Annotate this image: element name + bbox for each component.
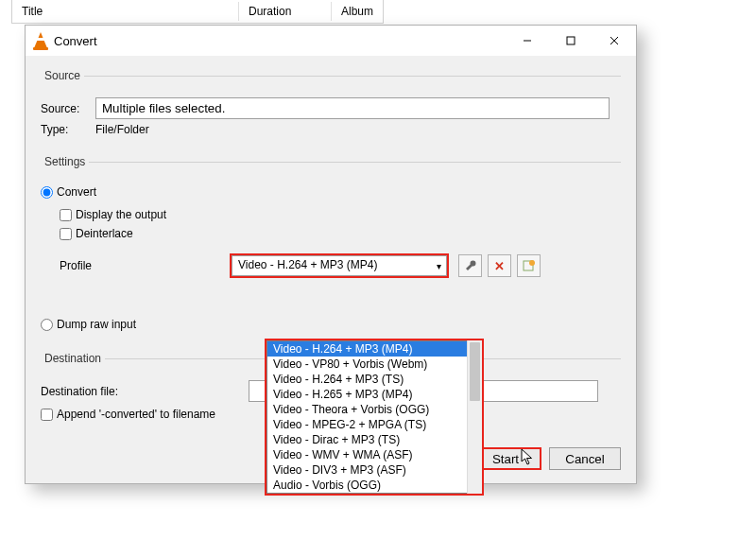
profile-option[interactable]: Video - WMV + WMA (ASF) <box>267 447 481 462</box>
profile-label: Profile <box>41 259 230 272</box>
settings-legend: Settings <box>41 155 89 168</box>
append-converted-label[interactable]: Append '-converted' to filename <box>57 408 215 421</box>
window-title: Convert <box>54 34 506 48</box>
convert-radio-label[interactable]: Convert <box>57 185 96 199</box>
profile-option[interactable]: Video - H.265 + MP3 (MP4) <box>267 387 481 402</box>
close-button[interactable] <box>593 26 636 56</box>
edit-profile-button[interactable] <box>458 254 482 277</box>
delete-profile-button[interactable]: ✕ <box>488 254 511 277</box>
svg-rect-1 <box>567 37 575 44</box>
maximize-button[interactable] <box>549 26 593 56</box>
convert-radio[interactable] <box>41 186 53 199</box>
titlebar[interactable]: Convert <box>26 26 636 56</box>
source-group: Source Source: Type: File/Folder <box>41 69 621 149</box>
source-legend: Source <box>41 69 84 82</box>
profile-select[interactable]: Video - H.264 + MP3 (MP4) <box>232 255 447 276</box>
svg-point-5 <box>529 260 535 266</box>
background-playlist-header: Title Duration Album <box>11 0 384 24</box>
dropdown-scrollbar[interactable] <box>467 340 482 494</box>
dump-raw-radio[interactable] <box>41 319 53 331</box>
destination-file-label: Destination file: <box>41 385 249 398</box>
deinterlace-checkbox[interactable] <box>60 228 72 240</box>
append-converted-checkbox[interactable] <box>41 409 53 421</box>
source-input[interactable] <box>95 97 610 119</box>
new-profile-button[interactable] <box>517 254 541 277</box>
new-profile-icon <box>523 259 536 272</box>
profile-option[interactable]: Video - Dirac + MP3 (TS) <box>267 432 481 447</box>
delete-icon: ✕ <box>494 259 505 273</box>
type-value: File/Folder <box>95 123 149 136</box>
dump-raw-label[interactable]: Dump raw input <box>57 318 136 331</box>
profile-option[interactable]: Video - H.264 + MP3 (TS) <box>267 372 481 387</box>
display-output-checkbox[interactable] <box>60 209 72 221</box>
profile-dropdown[interactable]: Video - H.264 + MP3 (MP4)Video - VP80 + … <box>265 339 484 496</box>
col-album[interactable]: Album <box>334 2 381 21</box>
destination-legend: Destination <box>41 352 105 365</box>
col-duration[interactable]: Duration <box>241 2 332 21</box>
source-label: Source: <box>41 102 95 115</box>
profile-option[interactable]: Video - MPEG-2 + MPGA (TS) <box>267 417 481 432</box>
wrench-icon <box>464 259 477 272</box>
profile-option[interactable]: Video - DIV3 + MP3 (ASF) <box>267 462 481 478</box>
cursor-icon <box>520 448 535 472</box>
display-output-label[interactable]: Display the output <box>76 208 166 221</box>
deinterlace-label[interactable]: Deinterlace <box>76 227 133 240</box>
settings-group: Settings Convert Display the output Dein… <box>41 155 621 346</box>
vlc-cone-icon <box>33 31 48 50</box>
col-title[interactable]: Title <box>14 2 239 21</box>
profile-option[interactable]: Audio - Vorbis (OGG) <box>267 478 481 493</box>
profile-option[interactable]: Video - H.264 + MP3 (MP4) <box>267 341 481 357</box>
type-label: Type: <box>41 123 95 136</box>
cancel-button[interactable]: Cancel <box>549 447 621 470</box>
profile-option[interactable]: Video - VP80 + Vorbis (Webm) <box>267 357 481 372</box>
minimize-button[interactable] <box>506 26 549 56</box>
profile-option[interactable]: Video - Theora + Vorbis (OGG) <box>267 402 481 417</box>
